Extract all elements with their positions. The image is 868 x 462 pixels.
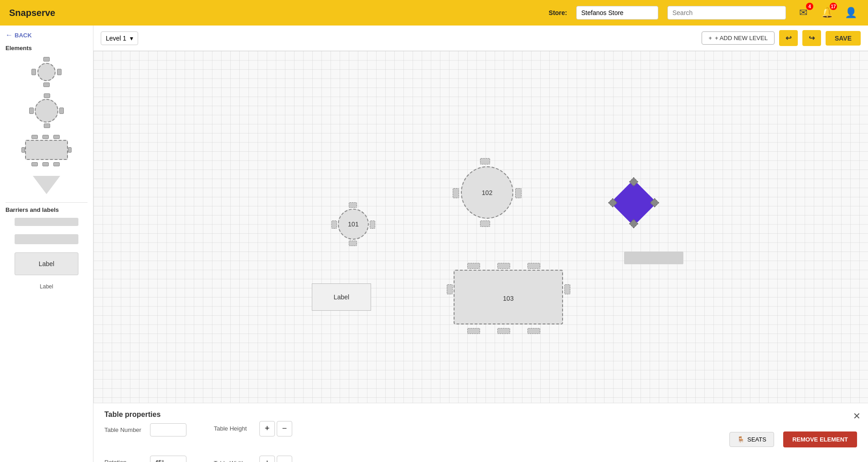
canvas-table-101[interactable]: 101 xyxy=(331,201,376,247)
back-button[interactable]: ← BACK xyxy=(5,31,32,39)
save-button[interactable]: SAVE xyxy=(826,31,861,46)
canvas-table-103[interactable]: 103 xyxy=(444,261,572,336)
sidebar-label-text: Label xyxy=(5,283,88,290)
table-height-group: Table Height + − xyxy=(214,421,292,436)
sidebar-element-medium-round[interactable] xyxy=(5,92,88,129)
props-col-right: Table Height + − Table Width + − xyxy=(214,408,292,462)
main-layout: ← BACK Elements xyxy=(0,26,868,462)
bell-badge: 17 xyxy=(830,3,837,10)
table-width-plus[interactable]: + xyxy=(259,456,275,462)
mail-button[interactable]: ✉ 4 xyxy=(795,5,811,21)
table-height-plus[interactable]: + xyxy=(259,421,275,436)
sidebar-element-rect[interactable] xyxy=(5,133,88,168)
header-icons: ✉ 4 🔔 17 👤 xyxy=(795,5,859,21)
table-width-stepper: + − xyxy=(259,456,292,462)
sidebar-label-element[interactable]: Label xyxy=(5,252,88,279)
back-label: BACK xyxy=(15,32,32,39)
canvas-grid[interactable]: 101 102 xyxy=(93,51,868,462)
seats-button[interactable]: 🪑 SEATS xyxy=(729,432,774,447)
props-actions: 🪑 SEATS REMOVE ELEMENT xyxy=(729,431,857,447)
sidebar-element-triangle[interactable] xyxy=(5,172,88,198)
canvas-diamond[interactable] xyxy=(609,178,659,228)
sidebar-element-small-round[interactable] xyxy=(5,56,88,88)
header: Snapserve Store: ✉ 4 🔔 17 👤 xyxy=(0,0,868,26)
table-number-input[interactable] xyxy=(150,423,186,436)
canvas-barrier[interactable] xyxy=(624,252,683,264)
mail-badge: 4 xyxy=(806,3,813,10)
label-shape[interactable]: Label xyxy=(15,252,78,275)
table-number-group: Table Number xyxy=(104,423,186,436)
canvas-label-text: Label xyxy=(334,293,349,301)
level-dropdown-icon: ▾ xyxy=(130,35,133,42)
table-height-minus[interactable]: − xyxy=(277,421,292,436)
properties-panel-title: Table properties xyxy=(104,411,160,419)
table-height-label: Table Height xyxy=(214,425,255,432)
profile-button[interactable]: 👤 xyxy=(842,5,859,21)
level-select[interactable]: Level 1 ▾ xyxy=(101,31,138,45)
undo-button[interactable]: ↩ xyxy=(779,30,798,46)
table-width-group: Table Width + − xyxy=(214,456,292,462)
properties-panel: ✕ Table properties Table Number Rotation xyxy=(93,403,868,462)
search-input[interactable] xyxy=(667,6,786,20)
remove-element-button[interactable]: REMOVE ELEMENT xyxy=(783,431,857,447)
store-input[interactable] xyxy=(576,6,658,20)
table-number-label: Table Number xyxy=(104,426,145,433)
add-level-icon: + xyxy=(708,35,712,41)
close-panel-button[interactable]: ✕ xyxy=(853,411,861,421)
table-width-minus[interactable]: − xyxy=(277,456,292,462)
sidebar-barrier-2[interactable] xyxy=(5,234,88,248)
rotation-group: Rotation xyxy=(104,456,186,462)
back-arrow-icon: ← xyxy=(5,31,13,39)
canvas-toolbar: Level 1 ▾ + + ADD NEW LEVEL ↩ ↪ SAVE xyxy=(93,26,868,51)
canvas-label[interactable]: Label xyxy=(312,283,371,311)
seats-label: SEATS xyxy=(747,436,766,443)
barrier-shape-1 xyxy=(15,218,78,226)
bell-button[interactable]: 🔔 17 xyxy=(819,5,835,21)
add-level-button[interactable]: + + ADD NEW LEVEL xyxy=(702,31,775,45)
sidebar: ← BACK Elements xyxy=(0,26,93,462)
sidebar-barrier-1[interactable] xyxy=(5,218,88,230)
canvas-table-102[interactable]: 102 xyxy=(452,157,522,228)
table-height-stepper: + − xyxy=(259,421,292,436)
canvas-area: Level 1 ▾ + + ADD NEW LEVEL ↩ ↪ SAVE xyxy=(93,26,868,462)
rotation-input[interactable] xyxy=(150,456,186,462)
rotation-label: Rotation xyxy=(104,459,145,462)
add-level-label: + ADD NEW LEVEL xyxy=(715,35,768,41)
redo-button[interactable]: ↪ xyxy=(802,30,821,46)
props-row: Table Number Rotation Table Height + − xyxy=(104,408,857,462)
elements-title: Elements xyxy=(5,45,88,51)
store-label: Store: xyxy=(549,9,567,16)
barriers-labels-title: Barriers and labels xyxy=(5,206,88,213)
level-label: Level 1 xyxy=(106,35,126,42)
seats-icon: 🪑 xyxy=(737,436,744,443)
app-logo: Snapserve xyxy=(9,8,55,18)
table-width-label: Table Width xyxy=(214,460,255,462)
barrier-shape-2 xyxy=(15,234,78,244)
